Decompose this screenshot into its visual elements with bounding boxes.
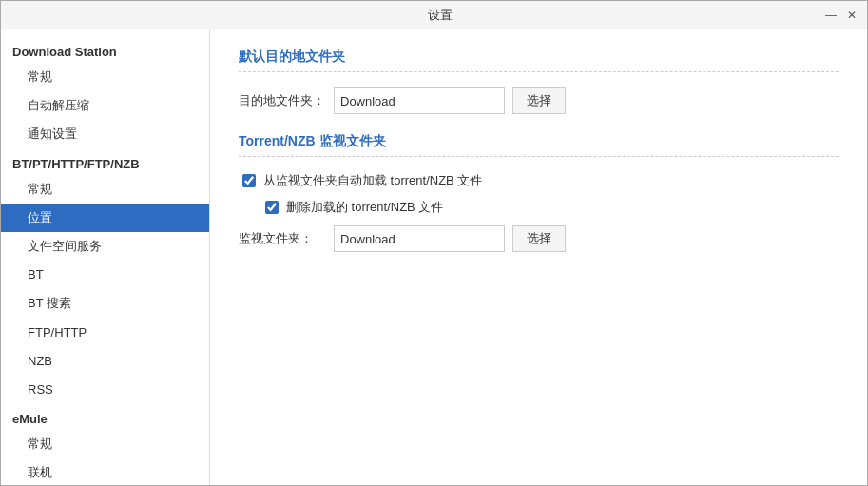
sidebar-section-emule: eMule [1, 404, 209, 430]
sidebar-item-ds-notification[interactable]: 通知设置 [1, 120, 209, 148]
sidebar-section-bt: BT/PT/HTTP/FTP/NZB [1, 149, 209, 175]
sidebar-item-bt-search[interactable]: BT 搜索 [1, 289, 209, 318]
watch-folder-label: 监视文件夹： [239, 230, 334, 247]
auto-load-label: 从监视文件夹自动加载 torrent/NZB 文件 [263, 172, 482, 189]
sidebar-item-bt-general[interactable]: 常规 [1, 175, 209, 204]
dest-folder-label: 目的地文件夹： [239, 92, 334, 109]
main-content: Download Station 常规 自动解压缩 通知设置 BT/PT/HTT… [1, 29, 867, 485]
sidebar-section-download-station: Download Station [1, 37, 209, 63]
watch-folder-select-button[interactable]: 选择 [512, 225, 566, 252]
titlebar-controls: — ✕ [823, 8, 859, 23]
delete-loaded-label: 删除加载的 torrent/NZB 文件 [286, 199, 443, 216]
sidebar-item-bt-ftp-http[interactable]: FTP/HTTP [1, 319, 209, 347]
titlebar: 设置 — ✕ [1, 1, 867, 29]
settings-window: 设置 — ✕ Download Station 常规 自动解压缩 通知设置 BT… [0, 0, 868, 486]
dest-folder-input[interactable] [334, 87, 505, 114]
close-button[interactable]: ✕ [844, 8, 859, 23]
sidebar-item-bt-nzb[interactable]: NZB [1, 347, 209, 376]
sidebar: Download Station 常规 自动解压缩 通知设置 BT/PT/HTT… [1, 29, 210, 485]
delete-loaded-row: 删除加载的 torrent/NZB 文件 [239, 199, 839, 216]
sidebar-item-bt-rss[interactable]: RSS [1, 376, 209, 404]
torrent-section-header: Torrent/NZB 监视文件夹 [239, 133, 839, 157]
delete-loaded-checkbox[interactable] [265, 201, 279, 214]
sidebar-item-emule-general[interactable]: 常规 [1, 430, 209, 458]
dest-folder-row: 目的地文件夹： 选择 [239, 87, 839, 114]
sidebar-item-emule-connect[interactable]: 联机 [1, 458, 209, 485]
auto-load-row: 从监视文件夹自动加载 torrent/NZB 文件 [239, 172, 839, 189]
dest-folder-select-button[interactable]: 选择 [512, 87, 566, 114]
minimize-button[interactable]: — [823, 8, 839, 23]
sidebar-item-bt-bt[interactable]: BT [1, 261, 209, 289]
watch-folder-row: 监视文件夹： 选择 [239, 225, 839, 252]
content-area: 默认目的地文件夹 目的地文件夹： 选择 Torrent/NZB 监视文件夹 从监… [210, 29, 867, 485]
sidebar-item-ds-general[interactable]: 常规 [1, 63, 209, 91]
watch-folder-input[interactable] [334, 225, 505, 252]
sidebar-item-bt-file-space[interactable]: 文件空间服务 [1, 232, 209, 261]
sidebar-item-bt-location[interactable]: 位置 [1, 204, 209, 232]
sidebar-item-ds-auto-extract[interactable]: 自动解压缩 [1, 91, 209, 120]
auto-load-checkbox[interactable] [242, 174, 256, 187]
window-title: 设置 [56, 7, 823, 24]
default-folder-section-header: 默认目的地文件夹 [239, 49, 839, 72]
